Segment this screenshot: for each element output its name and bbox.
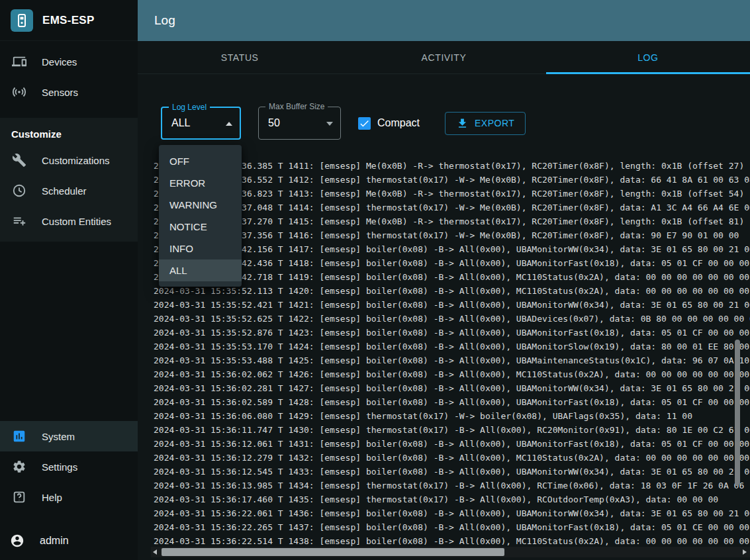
sidebar-item-label: System bbox=[42, 431, 75, 442]
menu-item-all[interactable]: ALL bbox=[159, 259, 242, 281]
log-line: 2024-03-31 15:36:02.062 T 1426: [emsesp]… bbox=[154, 367, 750, 381]
scroll-right-arrow-icon[interactable] bbox=[743, 549, 747, 555]
sidebar-nav-bottom: System Settings Help bbox=[0, 421, 138, 512]
sidebar-item-custom-entities[interactable]: Custom Entities bbox=[0, 206, 138, 236]
log-line: 2024-03-31 15:35:53.488 T 1425: [emsesp]… bbox=[154, 353, 750, 367]
menu-item-off[interactable]: OFF bbox=[159, 150, 242, 172]
tab-activity[interactable]: ACTIVITY bbox=[342, 41, 545, 73]
horizontal-scrollbar[interactable] bbox=[151, 547, 750, 557]
app-title: EMS-ESP bbox=[42, 14, 95, 27]
max-buffer-select[interactable]: Max Buffer Size 50 bbox=[258, 107, 341, 140]
log-line: 2024-03-31 15:35:36.552 T 1412: [emsesp]… bbox=[154, 173, 750, 187]
account-circle-icon bbox=[9, 533, 25, 549]
log-line: 2024-03-31 15:36:17.460 T 1435: [emsesp]… bbox=[154, 492, 750, 506]
log-line: 2024-03-31 15:35:37.048 T 1414: [emsesp]… bbox=[154, 201, 750, 214]
menu-item-info[interactable]: INFO bbox=[159, 238, 242, 259]
sidebar-item-label: Scheduler bbox=[42, 185, 87, 197]
scroll-left-arrow-icon[interactable] bbox=[153, 549, 157, 555]
sidebar-item-label: Help bbox=[42, 492, 62, 503]
log-line: 2024-03-31 15:36:22.061 T 1436: [emsesp]… bbox=[154, 506, 750, 520]
compact-control: Compact bbox=[358, 117, 420, 130]
log-line: 2024-03-31 15:36:02.589 T 1428: [emsesp]… bbox=[154, 395, 750, 409]
bar-chart-icon bbox=[11, 428, 27, 444]
horizontal-scrollbar-thumb[interactable] bbox=[162, 548, 504, 556]
caret-down-icon bbox=[326, 122, 333, 126]
log-line: 2024-03-31 15:35:52.421 T 1421: [emsesp]… bbox=[154, 298, 750, 312]
sidebar-item-help[interactable]: Help bbox=[0, 482, 138, 512]
log-line: 2024-03-31 15:36:22.265 T 1437: [emsesp]… bbox=[154, 520, 750, 534]
log-line: 2024-03-31 15:35:53.170 T 1424: [emsesp]… bbox=[154, 340, 750, 353]
log-line: 2024-03-31 15:36:12.279 T 1432: [emsesp]… bbox=[154, 451, 750, 465]
page-title: Log bbox=[154, 13, 175, 28]
log-line: 2024-03-31 15:35:52.113 T 1420: [emsesp]… bbox=[154, 284, 750, 298]
sidebar-item-label: Customizations bbox=[42, 155, 110, 166]
compact-label: Compact bbox=[377, 117, 420, 129]
sidebar-item-label: Custom Entities bbox=[42, 216, 111, 227]
sidebar-header: EMS-ESP bbox=[0, 0, 138, 41]
sidebar-item-system[interactable]: System bbox=[0, 421, 138, 451]
user-name: admin bbox=[40, 535, 69, 547]
log-level-value: ALL bbox=[171, 117, 190, 129]
log-line: 2024-03-31 15:36:12.545 T 1433: [emsesp]… bbox=[154, 465, 750, 479]
devices-icon bbox=[11, 54, 27, 70]
help-icon bbox=[11, 489, 27, 505]
log-line: 2024-03-31 15:35:37.356 T 1416: [emsesp]… bbox=[154, 228, 750, 242]
caret-up-icon bbox=[226, 122, 232, 126]
max-buffer-value: 50 bbox=[268, 117, 280, 129]
sidebar-item-customizations[interactable]: Customizations bbox=[0, 145, 138, 175]
playlist-add-icon bbox=[11, 213, 27, 229]
customize-section: Customize Customizations Scheduler Custo… bbox=[0, 118, 138, 242]
sensors-icon bbox=[11, 84, 27, 100]
export-label: EXPORT bbox=[475, 118, 514, 128]
sidebar-item-devices[interactable]: Devices bbox=[0, 46, 138, 77]
sidebar-item-settings[interactable]: Settings bbox=[0, 451, 138, 482]
log-line: 2024-03-31 15:35:37.270 T 1415: [emsesp]… bbox=[154, 214, 750, 228]
tab-bar: STATUS ACTIVITY LOG bbox=[138, 41, 750, 74]
topbar: Log bbox=[138, 0, 750, 41]
log-line: 2024-03-31 15:36:13.985 T 1434: [emsesp]… bbox=[154, 479, 750, 492]
compact-checkbox[interactable] bbox=[358, 117, 371, 130]
log-line: 2024-03-31 15:36:02.281 T 1427: [emsesp]… bbox=[154, 381, 750, 395]
log-level-select[interactable]: Log Level ALL bbox=[161, 107, 241, 140]
log-line: 2024-03-31 15:36:12.061 T 1431: [emsesp]… bbox=[154, 437, 750, 451]
vertical-scrollbar-thumb[interactable] bbox=[735, 340, 740, 485]
sidebar-nav-top: Devices Sensors bbox=[0, 41, 138, 107]
sidebar-item-label: Settings bbox=[42, 461, 77, 473]
download-icon bbox=[456, 117, 469, 130]
check-icon bbox=[359, 118, 370, 129]
log-line: 2024-03-31 15:35:52.876 T 1423: [emsesp]… bbox=[154, 326, 750, 340]
menu-item-warning[interactable]: WARNING bbox=[159, 194, 242, 216]
tab-log[interactable]: LOG bbox=[546, 41, 750, 73]
customize-section-header: Customize bbox=[0, 120, 138, 145]
sidebar-item-sensors[interactable]: Sensors bbox=[0, 77, 138, 107]
log-line: 2024-03-31 15:35:42.436 T 1418: [emsesp]… bbox=[154, 256, 750, 270]
log-line: 2024-03-31 15:35:36.385 T 1411: [emsesp]… bbox=[154, 159, 750, 173]
tab-status[interactable]: STATUS bbox=[138, 41, 342, 73]
log-line: 2024-03-31 15:35:42.156 T 1417: [emsesp]… bbox=[154, 242, 750, 256]
menu-item-notice[interactable]: NOTICE bbox=[159, 216, 242, 238]
export-button[interactable]: EXPORT bbox=[445, 112, 526, 135]
app-root: EMS-ESP Devices Sensors Customize bbox=[0, 0, 750, 560]
sidebar-spacer bbox=[0, 242, 138, 421]
log-line: 2024-03-31 15:36:11.747 T 1430: [emsesp]… bbox=[154, 423, 750, 437]
sidebar: EMS-ESP Devices Sensors Customize bbox=[0, 0, 138, 560]
sidebar-item-scheduler[interactable]: Scheduler bbox=[0, 175, 138, 206]
clock-icon bbox=[11, 183, 27, 199]
log-level-label: Log Level bbox=[169, 103, 210, 112]
gear-icon bbox=[11, 459, 27, 475]
log-line: 2024-03-31 15:36:06.080 T 1429: [emsesp]… bbox=[154, 409, 750, 423]
sidebar-item-label: Devices bbox=[42, 56, 77, 68]
log-line: 2024-03-31 15:35:52.625 T 1422: [emsesp]… bbox=[154, 312, 750, 326]
boiler-icon bbox=[14, 13, 30, 28]
log-line: 2024-03-31 15:35:42.718 T 1419: [emsesp]… bbox=[154, 270, 750, 284]
user-account[interactable]: admin bbox=[0, 522, 138, 560]
log-level-menu: OFF ERROR WARNING NOTICE INFO ALL bbox=[159, 145, 242, 287]
log-line: 2024-03-31 15:36:22.514 T 1438: [emsesp]… bbox=[154, 534, 750, 548]
ems-esp-logo bbox=[11, 9, 33, 32]
sidebar-item-label: Sensors bbox=[42, 87, 78, 98]
log-line: 2024-03-31 15:35:36.823 T 1413: [emsesp]… bbox=[154, 187, 750, 201]
wrench-icon bbox=[11, 152, 27, 168]
menu-item-error[interactable]: ERROR bbox=[159, 172, 242, 194]
max-buffer-label: Max Buffer Size bbox=[265, 102, 328, 111]
